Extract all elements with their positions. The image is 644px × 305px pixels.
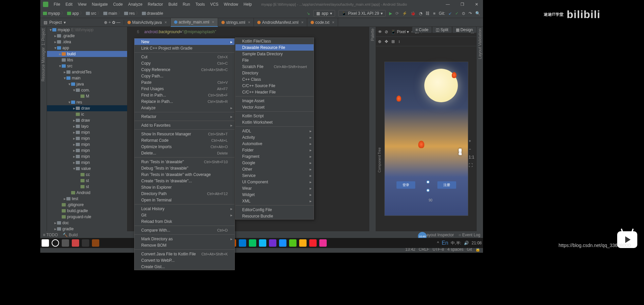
close-icon[interactable]: ✕ bbox=[473, 1, 480, 7]
tree-item[interactable]: ▸test bbox=[47, 196, 127, 202]
app-icon[interactable] bbox=[249, 239, 256, 247]
device-dropdown[interactable]: 📱 Pixel 3 XL API 29 ▾ bbox=[338, 10, 386, 17]
menu-view[interactable]: View bbox=[76, 1, 89, 7]
selection-handle[interactable] bbox=[426, 180, 430, 184]
menu-item[interactable]: C/C++ Source File bbox=[235, 82, 314, 89]
menu-item[interactable]: Resource Bundle bbox=[235, 213, 314, 219]
app-icon[interactable] bbox=[279, 239, 286, 247]
tree-item[interactable]: ▾app bbox=[47, 45, 127, 51]
tree-item[interactable]: ▾myapp E:\ttit\myapp bbox=[47, 27, 127, 33]
tree-item[interactable]: ▸draw bbox=[47, 105, 127, 111]
menu-item[interactable]: Service▸ bbox=[235, 172, 314, 179]
breadcrumb[interactable]: app bbox=[72, 11, 79, 16]
menu-item[interactable]: Other▸ bbox=[235, 166, 314, 172]
git-commit-icon[interactable]: ✓ bbox=[455, 11, 459, 16]
menu-file[interactable]: File bbox=[52, 1, 62, 7]
menu-help[interactable]: Help bbox=[241, 1, 254, 7]
sync-icon[interactable]: ↘ bbox=[307, 11, 310, 16]
menu-item[interactable]: PasteCtrl+V bbox=[135, 79, 234, 85]
layout-preview[interactable]: 你是遥远的明月 我在每一个思你 登录 注册 90 bbox=[384, 62, 468, 216]
menu-item[interactable]: Show in Explorer bbox=[135, 184, 234, 190]
editor-tab[interactable]: AndroidManifest.xml× bbox=[254, 18, 307, 27]
debug-icon[interactable]: 🐞 bbox=[411, 11, 416, 16]
tree-item[interactable]: ▸layo bbox=[47, 123, 127, 129]
tree-item[interactable]: ▸.idea bbox=[47, 39, 127, 45]
menu-item[interactable]: Convert Java File to Kotlin FileCtrl+Alt… bbox=[135, 251, 234, 257]
tree-item[interactable]: build.gradle bbox=[47, 208, 127, 214]
menu-item[interactable]: Automotive▸ bbox=[235, 140, 314, 147]
app-icon[interactable] bbox=[299, 239, 307, 247]
tree-item[interactable]: ▾res bbox=[47, 99, 127, 105]
menu-item[interactable]: Fragment▸ bbox=[235, 153, 314, 160]
menu-tools[interactable]: Tools bbox=[194, 1, 207, 7]
start-icon[interactable] bbox=[42, 239, 49, 247]
menu-item[interactable]: C++ Class bbox=[235, 76, 314, 82]
app-icon[interactable] bbox=[92, 239, 99, 247]
view-tab-code[interactable]: ≡ Code bbox=[412, 27, 432, 33]
breadcrumb[interactable]: myapp bbox=[48, 11, 60, 16]
breadcrumb[interactable]: main bbox=[108, 11, 117, 16]
profile-icon[interactable]: ◔ bbox=[419, 11, 422, 16]
menu-item[interactable]: Scratch FileCtrl+Alt+Shift+Insert bbox=[235, 63, 314, 70]
tree-item[interactable]: ▸mipn bbox=[47, 147, 127, 154]
view-tab-split[interactable]: ◫ Split bbox=[432, 27, 451, 33]
menu-item[interactable]: Find UsagesAlt+F7 bbox=[135, 85, 234, 92]
menu-item[interactable]: C/C++ Header File bbox=[235, 89, 314, 95]
stop-icon[interactable]: ■ bbox=[433, 11, 435, 16]
breadcrumb[interactable]: res bbox=[129, 11, 135, 16]
close-tab-icon[interactable]: × bbox=[332, 20, 334, 25]
close-tab-icon[interactable]: × bbox=[164, 20, 167, 25]
tree-item[interactable]: ▾main bbox=[47, 75, 127, 81]
menu-item[interactable]: EditorConfig File bbox=[235, 206, 314, 213]
menu-run[interactable]: Run bbox=[181, 1, 192, 7]
menu-item[interactable]: Copy ReferenceCtrl+Alt+Shift+C bbox=[135, 66, 234, 73]
tree-item[interactable]: ▸mipn bbox=[47, 135, 127, 141]
apply-code-icon[interactable]: ⚡ bbox=[402, 11, 407, 16]
tree-item[interactable]: ic bbox=[47, 111, 127, 117]
menu-item[interactable]: Kotlin Worksheet bbox=[235, 119, 314, 125]
build-tab[interactable]: 🔨 Build bbox=[63, 233, 78, 237]
tree-item[interactable]: ▸.gradle bbox=[47, 33, 127, 39]
menu-item[interactable]: Copy Path... bbox=[135, 73, 234, 79]
close-tab-icon[interactable]: × bbox=[248, 20, 250, 25]
menu-item[interactable]: Run 'Tests in 'drawable''Ctrl+Shift+F10 bbox=[135, 159, 234, 165]
editor-tab[interactable]: code.txt× bbox=[307, 18, 338, 27]
git-compare-icon[interactable]: ⊙ bbox=[462, 11, 465, 16]
right-tool-gutter[interactable]: Layout Validation bbox=[476, 27, 483, 231]
tree-item[interactable]: ▸doc bbox=[47, 220, 127, 226]
app-icon[interactable] bbox=[259, 239, 266, 247]
editor-tab[interactable]: activity_main.xml× bbox=[171, 18, 218, 27]
menu-item[interactable]: Remove BOM bbox=[135, 242, 234, 248]
editor-tab[interactable]: MainActivity.java× bbox=[124, 18, 171, 27]
menu-item[interactable]: UI Component▸ bbox=[235, 179, 314, 185]
attach-icon[interactable]: ⛓ bbox=[426, 11, 430, 16]
preview-register-button[interactable]: 注册 bbox=[437, 181, 456, 189]
minimize-icon[interactable]: — bbox=[444, 1, 452, 7]
tray-sound-icon[interactable]: 🔊 bbox=[464, 241, 469, 245]
menu-code[interactable]: Code bbox=[111, 1, 125, 7]
menu-item[interactable]: Optimize ImportsCtrl+Alt+O bbox=[135, 143, 234, 150]
tree-item[interactable]: .gitignore bbox=[47, 202, 127, 208]
align-icon[interactable]: ↕ bbox=[398, 39, 400, 44]
app-icon[interactable] bbox=[82, 239, 89, 247]
tree-item[interactable]: ▸mipn bbox=[47, 141, 127, 147]
tree-item[interactable]: ▸build bbox=[47, 51, 127, 57]
tray-ime[interactable]: En bbox=[442, 240, 448, 246]
todo-tab[interactable]: ≡ TODO bbox=[43, 233, 58, 237]
menu-item[interactable]: Find in Path...Ctrl+Shift+F bbox=[135, 92, 234, 98]
apply-changes-icon[interactable]: ⟳ bbox=[395, 11, 399, 16]
app-icon[interactable] bbox=[319, 239, 327, 247]
menu-item[interactable]: Reformat CodeCtrl+Alt+L bbox=[135, 137, 234, 143]
menu-item[interactable]: Show In Resource ManagerCtrl+Shift+T bbox=[135, 131, 234, 137]
menu-build[interactable]: Build bbox=[166, 1, 179, 7]
zoom-in-icon[interactable]: + bbox=[469, 139, 474, 143]
menu-item[interactable]: Convert to WebP... bbox=[135, 257, 234, 263]
tree-item[interactable]: libs bbox=[47, 57, 127, 63]
tray-expand-icon[interactable]: ^ bbox=[437, 241, 439, 245]
menu-item[interactable]: Compare With...Ctrl+D bbox=[135, 227, 234, 233]
menu-item[interactable]: Wear▸ bbox=[235, 185, 314, 191]
tree-item[interactable]: st bbox=[47, 184, 127, 190]
app-icon[interactable] bbox=[239, 239, 246, 247]
magnet-icon[interactable]: ⊞ bbox=[391, 39, 395, 44]
menu-item[interactable]: CopyCtrl+C bbox=[135, 60, 234, 66]
